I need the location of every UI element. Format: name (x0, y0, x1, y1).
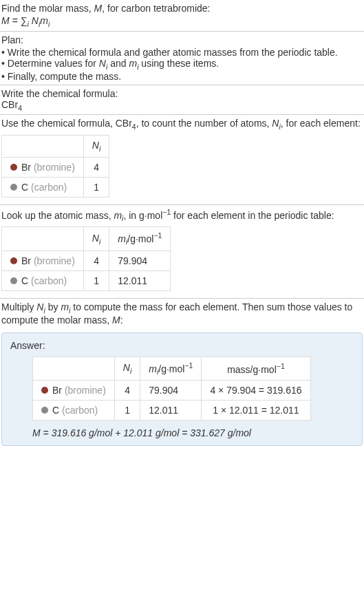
ni-header: Ni (83, 227, 109, 251)
table-row: Br (bromine) 4 79.904 4 × 79.904 = 319.6… (33, 381, 311, 401)
c-dot-icon (41, 407, 48, 414)
multiply-text: Multiply Ni by mi to compute the mass fo… (1, 301, 363, 326)
c-count: 1 (114, 401, 140, 420)
final-result: M = 319.616 g/mol + 12.011 g/mol = 331.6… (32, 427, 354, 438)
mi-header: mi/g·mol−1 (109, 227, 171, 251)
table-row: C (carbon) 1 (2, 177, 109, 197)
atomic-mass-section: Look up the atomic mass, mi, in g·mol−1 … (0, 205, 364, 299)
intro-text: Find the molar mass, M, for carbon tetra… (1, 3, 363, 14)
table-row: Br (bromine) 4 79.904 (2, 251, 171, 270)
atomic-table: Ni mi/g·mol−1 Br (bromine) 4 79.904 C (c… (1, 226, 171, 290)
empty-header (2, 136, 84, 158)
count-text: Use the chemical formula, CBr4, to count… (1, 118, 363, 131)
multiply-section: Multiply Ni by mi to compute the mass fo… (0, 299, 364, 328)
br-mass: 79.904 (140, 381, 202, 401)
element-c: C (carbon) (2, 177, 84, 197)
plan-item-1: • Write the chemical formula and gather … (1, 47, 363, 58)
empty-header (2, 227, 84, 251)
answer-box: Answer: Ni mi/g·mol−1 mass/g·mol−1 Br (b… (1, 332, 363, 446)
count-section: Use the chemical formula, CBr4, to count… (0, 115, 364, 205)
br-count: 4 (83, 157, 109, 177)
element-c: C (carbon) (33, 401, 115, 420)
chemical-formula: CBr4 (1, 99, 363, 112)
empty-header (33, 356, 115, 380)
answer-label: Answer: (10, 340, 354, 351)
c-dot-icon (10, 277, 17, 284)
element-br: Br (bromine) (33, 381, 115, 401)
c-count: 1 (83, 270, 109, 290)
element-c: C (carbon) (2, 270, 84, 290)
br-mass: 79.904 (109, 251, 171, 270)
plan-section: Plan: • Write the chemical formula and g… (0, 32, 364, 85)
table-row: C (carbon) 1 12.011 1 × 12.011 = 12.011 (33, 401, 311, 420)
br-count: 4 (83, 251, 109, 270)
intro-section: Find the molar mass, M, for carbon tetra… (0, 0, 364, 32)
ni-header: Ni (114, 356, 140, 380)
br-dot-icon (10, 164, 17, 171)
table-row: C (carbon) 1 12.011 (2, 270, 171, 290)
c-calc: 1 × 12.011 = 12.011 (202, 401, 310, 420)
count-table: Ni Br (bromine) 4 C (carbon) 1 (1, 135, 109, 198)
c-count: 1 (83, 177, 109, 197)
mass-header: mass/g·mol−1 (202, 356, 310, 380)
br-dot-icon (10, 257, 17, 264)
c-mass: 12.011 (109, 270, 171, 290)
ni-header: Ni (83, 136, 109, 158)
chemical-formula-title: Write the chemical formula: (1, 88, 363, 99)
plan-title: Plan: (1, 34, 363, 45)
chemical-formula-section: Write the chemical formula: CBr4 (0, 85, 364, 116)
br-calc: 4 × 79.904 = 319.616 (202, 381, 310, 401)
mi-header: mi/g·mol−1 (140, 356, 202, 380)
atomic-text: Look up the atomic mass, mi, in g·mol−1 … (1, 208, 363, 222)
plan-item-2: • Determine values for Ni and mi using t… (1, 58, 363, 71)
table-row: Br (bromine) 4 (2, 157, 109, 177)
table-header-row: Ni (2, 136, 109, 158)
table-header-row: Ni mi/g·mol−1 (2, 227, 171, 251)
element-br: Br (bromine) (2, 251, 84, 270)
molar-mass-formula: M = ∑i Nimi (1, 15, 363, 28)
table-header-row: Ni mi/g·mol−1 mass/g·mol−1 (33, 356, 311, 380)
c-dot-icon (10, 184, 17, 191)
element-br: Br (bromine) (2, 157, 84, 177)
br-dot-icon (41, 387, 48, 394)
plan-item-3: • Finally, compute the mass. (1, 71, 363, 82)
c-mass: 12.011 (140, 401, 202, 420)
plan-list: • Write the chemical formula and gather … (1, 47, 363, 82)
br-count: 4 (114, 381, 140, 401)
answer-table: Ni mi/g·mol−1 mass/g·mol−1 Br (bromine) … (32, 356, 311, 420)
